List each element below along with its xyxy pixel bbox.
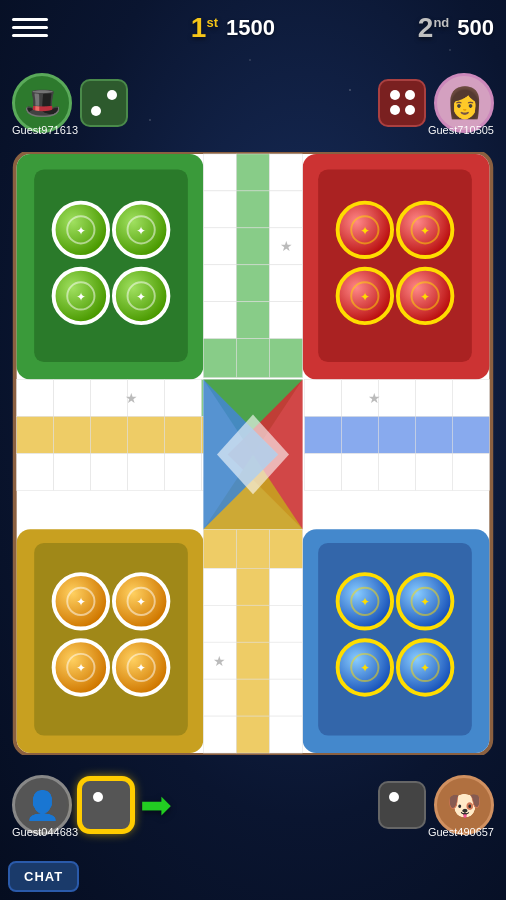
- svg-rect-67: [203, 265, 236, 302]
- dice-top-left[interactable]: [80, 79, 128, 127]
- username-bottom-right: Guest490657: [428, 826, 494, 838]
- svg-rect-68: [236, 265, 269, 302]
- svg-rect-94: [270, 716, 303, 753]
- svg-text:✦: ✦: [76, 290, 86, 303]
- svg-rect-30: [34, 543, 188, 736]
- svg-rect-81: [270, 568, 303, 605]
- svg-rect-118: [452, 380, 489, 417]
- svg-rect-121: [342, 417, 379, 454]
- svg-rect-80: [236, 568, 269, 605]
- svg-rect-130: [452, 454, 489, 491]
- svg-text:✦: ✦: [360, 661, 370, 674]
- score2: 500: [457, 15, 494, 41]
- svg-text:✦: ✦: [360, 290, 370, 303]
- svg-rect-93: [236, 716, 269, 753]
- svg-text:✦: ✦: [136, 290, 146, 303]
- svg-rect-124: [452, 417, 489, 454]
- header: 1st 1500 2nd 500: [0, 0, 506, 55]
- svg-rect-105: [164, 417, 201, 454]
- svg-rect-101: [17, 417, 54, 454]
- svg-rect-96: [54, 380, 91, 417]
- chat-button[interactable]: CHAT: [8, 861, 79, 892]
- svg-rect-74: [236, 339, 269, 378]
- svg-text:✦: ✦: [420, 595, 430, 608]
- svg-rect-78: [270, 529, 303, 568]
- svg-rect-104: [128, 417, 165, 454]
- svg-rect-108: [17, 454, 54, 491]
- dice-top-right[interactable]: [378, 79, 426, 127]
- svg-rect-59: [270, 154, 303, 191]
- svg-rect-44: [318, 543, 472, 736]
- svg-rect-76: [203, 529, 236, 568]
- svg-text:✦: ✦: [76, 661, 86, 674]
- svg-rect-86: [236, 642, 269, 679]
- svg-rect-92: [203, 716, 236, 753]
- svg-rect-16: [318, 170, 472, 363]
- svg-text:★: ★: [125, 391, 138, 406]
- name-bottom-left: Guest044683: [12, 822, 78, 840]
- player-bottom-left: 👤 ➡ Guest044683: [12, 775, 172, 835]
- dice-bottom-left[interactable]: [80, 779, 132, 831]
- username-bottom-left: Guest044683: [12, 826, 78, 838]
- svg-rect-126: [305, 454, 342, 491]
- rank1-group: 1st 1500: [191, 14, 275, 42]
- svg-rect-75: [270, 339, 303, 378]
- svg-rect-87: [270, 642, 303, 679]
- svg-rect-61: [236, 191, 269, 228]
- svg-rect-83: [236, 605, 269, 642]
- svg-text:✦: ✦: [136, 661, 146, 674]
- svg-text:✦: ✦: [76, 224, 86, 237]
- turn-arrow: ➡: [140, 783, 172, 827]
- ludo-board-svg: ✦ ✦ ✦ ✦ ✦ ✦ ✦ ✦ ✦: [8, 152, 498, 755]
- svg-text:✦: ✦: [420, 224, 430, 237]
- player-bottom-right: 🐶 Guest490657: [378, 775, 494, 835]
- svg-rect-110: [91, 454, 128, 491]
- rank2-badge: 2nd: [418, 14, 449, 42]
- svg-rect-97: [91, 380, 128, 417]
- svg-rect-129: [415, 454, 452, 491]
- rank1-number: 1: [191, 14, 207, 42]
- svg-rect-58: [236, 154, 269, 191]
- svg-rect-2: [34, 170, 188, 363]
- svg-rect-95: [17, 380, 54, 417]
- svg-text:★: ★: [368, 391, 381, 406]
- svg-rect-64: [236, 228, 269, 265]
- svg-rect-102: [54, 417, 91, 454]
- svg-text:★: ★: [213, 654, 226, 669]
- name-bottom-right: Guest490657: [428, 822, 494, 840]
- menu-button[interactable]: [12, 10, 48, 46]
- svg-rect-99: [164, 380, 201, 417]
- svg-rect-73: [203, 339, 236, 378]
- svg-text:★: ★: [280, 239, 293, 254]
- username-top-left: Guest971613: [12, 124, 78, 136]
- svg-rect-71: [236, 302, 269, 339]
- rank1-suffix: st: [206, 16, 218, 29]
- rank2-suffix: nd: [433, 16, 449, 29]
- svg-rect-116: [378, 380, 415, 417]
- svg-text:✦: ✦: [420, 661, 430, 674]
- svg-text:✦: ✦: [420, 290, 430, 303]
- svg-rect-117: [415, 380, 452, 417]
- svg-text:✦: ✦: [136, 224, 146, 237]
- svg-rect-84: [270, 605, 303, 642]
- dice-bottom-right[interactable]: [378, 781, 426, 829]
- player-row-top: 🎩 Guest971613: [0, 55, 506, 150]
- svg-text:✦: ✦: [136, 595, 146, 608]
- svg-rect-114: [305, 380, 342, 417]
- rank2-group: 2nd 500: [418, 14, 494, 42]
- svg-rect-70: [203, 302, 236, 339]
- name-top-right: Guest710505: [428, 120, 494, 138]
- svg-text:✦: ✦: [360, 224, 370, 237]
- svg-rect-122: [378, 417, 415, 454]
- svg-rect-60: [203, 191, 236, 228]
- svg-rect-112: [164, 454, 201, 491]
- svg-rect-77: [236, 529, 269, 568]
- svg-rect-89: [203, 679, 236, 716]
- player-row-bottom: 👤 ➡ Guest044683 🐶: [0, 760, 506, 850]
- username-top-right: Guest710505: [428, 124, 494, 136]
- player-top-right: 👩 Guest710505: [378, 73, 494, 133]
- svg-rect-127: [342, 454, 379, 491]
- score1: 1500: [226, 15, 275, 41]
- svg-rect-91: [270, 679, 303, 716]
- svg-rect-128: [378, 454, 415, 491]
